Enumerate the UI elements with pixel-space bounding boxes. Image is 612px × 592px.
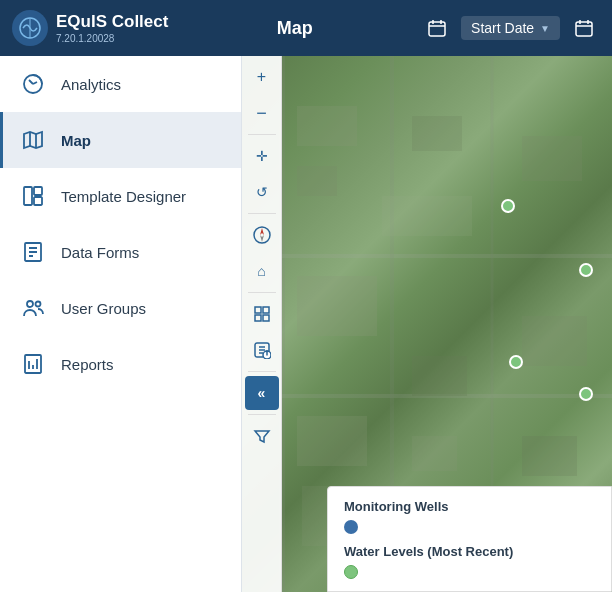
sidebar-item-user-groups[interactable]: User Groups: [0, 280, 241, 336]
calendar-left-icon[interactable]: [421, 12, 453, 44]
template-icon: [19, 182, 47, 210]
svg-point-9: [36, 302, 41, 307]
map-marker-3[interactable]: [509, 355, 523, 369]
data-forms-label: Data Forms: [61, 244, 139, 261]
users-icon: [19, 294, 47, 322]
analytics-icon: [19, 70, 47, 98]
app-logo: [12, 10, 48, 46]
legend-section-monitoring-wells: Monitoring Wells: [344, 499, 595, 534]
map-marker-4[interactable]: [579, 387, 593, 401]
svg-rect-20: [522, 436, 577, 476]
app-title: EQuIS Collect: [56, 12, 168, 32]
svg-rect-15: [522, 136, 582, 181]
svg-rect-27: [263, 307, 269, 313]
svg-rect-17: [412, 356, 467, 396]
svg-rect-29: [263, 315, 269, 321]
svg-rect-12: [297, 166, 337, 196]
map-marker-2[interactable]: [579, 263, 593, 277]
home-button[interactable]: ⌂: [245, 254, 279, 288]
zoom-out-button[interactable]: −: [245, 96, 279, 130]
svg-rect-2: [576, 22, 592, 36]
toolbar-separator-4: [248, 371, 276, 372]
sidebar-item-reports[interactable]: Reports: [0, 336, 241, 392]
monitoring-wells-dot: [344, 520, 358, 534]
pan-button[interactable]: ✛: [245, 139, 279, 173]
svg-marker-25: [260, 235, 264, 242]
sidebar: Analytics Map Template Designer: [0, 56, 242, 592]
start-date-dropdown[interactable]: Start Date ▼: [461, 16, 560, 40]
monitoring-wells-title: Monitoring Wells: [344, 499, 595, 514]
template-designer-label: Template Designer: [61, 188, 186, 205]
forms-icon: [19, 238, 47, 266]
water-levels-item: [344, 565, 595, 579]
svg-rect-10: [25, 355, 41, 373]
svg-rect-19: [412, 436, 457, 471]
analytics-label: Analytics: [61, 76, 121, 93]
compass-button[interactable]: [245, 218, 279, 252]
dropdown-arrow-icon: ▼: [540, 23, 550, 34]
monitoring-wells-item: [344, 520, 595, 534]
rotate-button[interactable]: ↺: [245, 175, 279, 209]
app-version: 7.20.1.20028: [56, 33, 168, 44]
svg-rect-26: [255, 307, 261, 313]
svg-rect-11: [297, 106, 357, 146]
svg-rect-18: [522, 316, 587, 366]
sidebar-item-data-forms[interactable]: Data Forms: [0, 224, 241, 280]
map-label: Map: [61, 132, 91, 149]
map-toolbar: + − ✛ ↺ ⌂: [242, 56, 282, 592]
svg-rect-4: [24, 187, 32, 205]
info-button[interactable]: [245, 333, 279, 367]
legend-panel: Monitoring Wells Water Levels (Most Rece…: [327, 486, 612, 592]
reports-label: Reports: [61, 356, 114, 373]
sidebar-item-analytics[interactable]: Analytics: [0, 56, 241, 112]
water-levels-dot: [344, 565, 358, 579]
svg-rect-1: [429, 22, 445, 36]
header-right: Start Date ▼: [421, 12, 600, 44]
page-title: Map: [277, 18, 313, 39]
filter-button[interactable]: [245, 419, 279, 453]
svg-rect-13: [297, 276, 377, 336]
zoom-in-button[interactable]: +: [245, 60, 279, 94]
calendar-right-icon[interactable]: [568, 12, 600, 44]
svg-rect-5: [34, 187, 42, 195]
svg-point-8: [27, 301, 33, 307]
main-content: Analytics Map Template Designer: [0, 56, 612, 592]
toolbar-separator-3: [248, 292, 276, 293]
header-title-block: EQuIS Collect 7.20.1.20028: [56, 12, 168, 43]
back-button[interactable]: «: [245, 376, 279, 410]
svg-rect-21: [382, 196, 472, 236]
sidebar-item-map[interactable]: Map: [0, 112, 241, 168]
svg-rect-6: [34, 197, 42, 205]
svg-point-32: [266, 351, 267, 352]
user-groups-label: User Groups: [61, 300, 146, 317]
map-marker-1[interactable]: [501, 199, 515, 213]
map-container[interactable]: + − ✛ ↺ ⌂: [242, 56, 612, 592]
sidebar-item-template-designer[interactable]: Template Designer: [0, 168, 241, 224]
layers-button[interactable]: [245, 297, 279, 331]
toolbar-separator-5: [248, 414, 276, 415]
start-date-label: Start Date: [471, 20, 534, 36]
app-header: EQuIS Collect 7.20.1.20028 Map Start Dat…: [0, 0, 612, 56]
toolbar-separator-2: [248, 213, 276, 214]
reports-icon: [19, 350, 47, 378]
toolbar-separator-1: [248, 134, 276, 135]
header-center: Map: [176, 18, 413, 39]
svg-rect-28: [255, 315, 261, 321]
svg-rect-14: [412, 116, 462, 151]
legend-section-water-levels: Water Levels (Most Recent): [344, 544, 595, 579]
svg-rect-16: [297, 416, 367, 466]
svg-marker-24: [260, 228, 264, 235]
map-icon: [19, 126, 47, 154]
water-levels-title: Water Levels (Most Recent): [344, 544, 595, 559]
